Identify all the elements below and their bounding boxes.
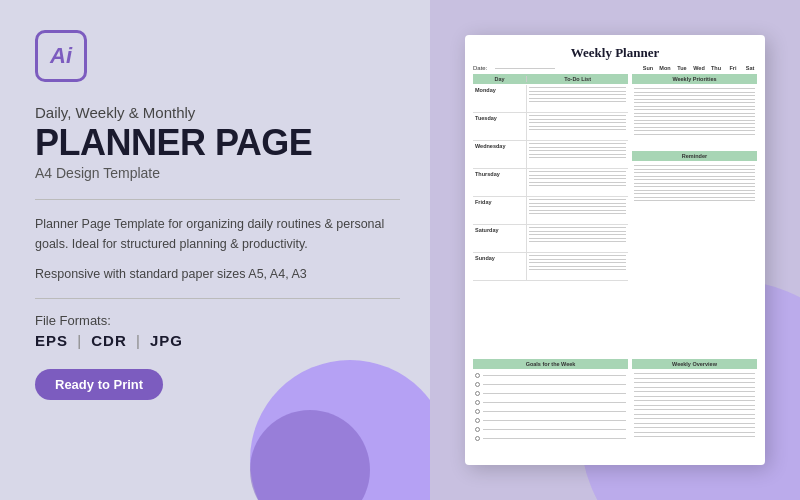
right-panel: Weekly Planner Date: Sun Mon Tue Wed Thu…: [430, 0, 800, 500]
schedule-row-thursday: Thursday: [473, 169, 628, 197]
todo-thursday: [527, 169, 628, 196]
left-panel: Ai Daily, Weekly & Monthly PLANNER PAGE …: [0, 0, 430, 500]
goal-item: [475, 409, 626, 414]
overview-header: Weekly Overview: [632, 359, 757, 369]
schedule-header: Day To-Do List: [473, 74, 628, 84]
goal-item: [475, 373, 626, 378]
goal-item: [475, 427, 626, 432]
goals-list: [473, 371, 628, 443]
goal-item: [475, 391, 626, 396]
separator2: |: [136, 332, 141, 349]
date-line: [495, 68, 555, 69]
day-thursday: Thursday: [473, 169, 527, 196]
priorities-lines: [632, 85, 757, 145]
date-label: Date:: [473, 65, 487, 71]
schedule-row-friday: Friday: [473, 197, 628, 225]
day-wednesday: Wednesday: [473, 141, 527, 168]
divider2: [35, 298, 400, 299]
ai-label: Ai: [50, 43, 72, 69]
day-friday: Friday: [473, 197, 527, 224]
goals-header: Goals for the Week: [473, 359, 628, 369]
day-fri: Fri: [726, 65, 740, 71]
day-monday: Monday: [473, 85, 527, 112]
file-formats-label: File Formats:: [35, 313, 400, 328]
todo-sunday: [527, 253, 628, 280]
schedule-row-monday: Monday: [473, 85, 628, 113]
schedule-col-todo: To-Do List: [527, 76, 628, 82]
day-tue: Tue: [675, 65, 689, 71]
planner-main: Day To-Do List Monday Tuesday: [473, 74, 757, 354]
planner-title: Weekly Planner: [473, 45, 757, 61]
day-saturday: Saturday: [473, 225, 527, 252]
priorities-header: Weekly Priorities: [632, 74, 757, 84]
file-formats: File Formats: EPS | CDR | JPG: [35, 313, 400, 349]
todo-wednesday: [527, 141, 628, 168]
main-title: PLANNER PAGE: [35, 125, 400, 161]
overview-section: Weekly Overview: [632, 359, 757, 443]
goal-item: [475, 400, 626, 405]
planner-document: Weekly Planner Date: Sun Mon Tue Wed Thu…: [465, 35, 765, 465]
overview-lines: [632, 371, 757, 439]
todo-monday: [527, 85, 628, 112]
day-tuesday: Tuesday: [473, 113, 527, 140]
reminder-header: Reminder: [632, 151, 757, 161]
separator1: |: [77, 332, 82, 349]
day-sat: Sat: [743, 65, 757, 71]
day-thu: Thu: [709, 65, 723, 71]
schedule-row-sunday: Sunday: [473, 253, 628, 281]
schedule-row-wednesday: Wednesday: [473, 141, 628, 169]
goal-item: [475, 436, 626, 441]
todo-friday: [527, 197, 628, 224]
todo-tuesday: [527, 113, 628, 140]
planner-bottom: Goals for the Week Weekly Overview: [473, 359, 757, 443]
responsive-text: Responsive with standard paper sizes A5,…: [35, 264, 400, 284]
date-label-area: Date:: [473, 65, 555, 71]
format-cdr: CDR: [91, 332, 127, 349]
schedule-section: Day To-Do List Monday Tuesday: [473, 74, 628, 354]
schedule-row-tuesday: Tuesday: [473, 113, 628, 141]
template-type: A4 Design Template: [35, 165, 400, 181]
ready-to-print-button[interactable]: Ready to Print: [35, 369, 163, 400]
subtitle: Daily, Weekly & Monthly: [35, 102, 400, 123]
day-sunday: Sunday: [473, 253, 527, 280]
todo-saturday: [527, 225, 628, 252]
description: Planner Page Template for organizing dai…: [35, 214, 400, 254]
day-sun: Sun: [641, 65, 655, 71]
format-eps: EPS: [35, 332, 68, 349]
formats-row: EPS | CDR | JPG: [35, 332, 400, 349]
goals-section: Goals for the Week: [473, 359, 628, 443]
day-headers: Sun Mon Tue Wed Thu Fri Sat: [641, 65, 757, 71]
format-jpg: JPG: [150, 332, 183, 349]
goal-item: [475, 382, 626, 387]
reminder-lines: [632, 162, 757, 204]
goal-item: [475, 418, 626, 423]
date-row: Date: Sun Mon Tue Wed Thu Fri Sat: [473, 65, 757, 71]
divider1: [35, 199, 400, 200]
priorities-section: Weekly Priorities Reminder: [632, 74, 757, 354]
ai-badge: Ai: [35, 30, 87, 82]
schedule-col-day: Day: [473, 76, 527, 82]
schedule-row-saturday: Saturday: [473, 225, 628, 253]
day-wed: Wed: [692, 65, 706, 71]
day-mon: Mon: [658, 65, 672, 71]
